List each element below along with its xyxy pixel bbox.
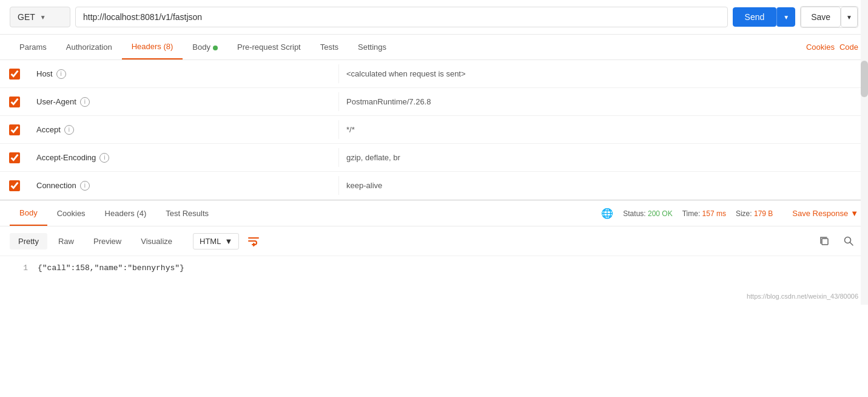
format-select[interactable]: HTML ▼ <box>193 233 239 249</box>
tab-body[interactable]: Body <box>183 35 227 59</box>
search-button[interactable] <box>839 231 858 251</box>
send-button[interactable]: Send <box>733 7 777 27</box>
body-dot-icon <box>213 46 218 50</box>
header-value-useragent: PostmanRuntime/7.26.8 <box>338 92 868 111</box>
code-link[interactable]: Code <box>839 42 858 52</box>
header-value-acceptencoding: gzip, deflate, br <box>338 148 868 167</box>
info-icon[interactable]: i <box>80 97 90 107</box>
header-key-useragent: User-Agent i <box>29 92 338 112</box>
row-checkbox-acceptencoding[interactable] <box>0 152 29 163</box>
format-tab-raw[interactable]: Raw <box>50 233 82 249</box>
watermark: https://blog.csdn.net/weixin_43/80006 <box>747 293 858 300</box>
table-row: User-Agent i PostmanRuntime/7.26.8 <box>0 88 868 116</box>
scrollbar[interactable] <box>861 0 868 305</box>
copy-button[interactable] <box>815 231 834 251</box>
chevron-down-icon: ▼ <box>224 237 232 246</box>
tab-authorization[interactable]: Authorization <box>56 35 122 59</box>
format-tab-visualize[interactable]: Visualize <box>132 233 181 249</box>
cookies-link[interactable]: Cookies <box>806 42 835 52</box>
response-tabs: Body Cookies Headers (4) Test Results <box>10 201 601 226</box>
url-bar: GET ▼ Send ▼ Save ▼ <box>0 0 868 35</box>
tab-settings[interactable]: Settings <box>348 35 396 59</box>
send-dropdown-button[interactable]: ▼ <box>776 7 795 27</box>
size-label: Size: 179 B <box>736 209 773 218</box>
time-label: Time: 157 ms <box>682 209 726 218</box>
resp-tab-cookies[interactable]: Cookies <box>47 202 95 225</box>
info-icon[interactable]: i <box>64 125 74 135</box>
request-tabs: Params Authorization Headers (8) Body Pr… <box>0 35 868 60</box>
resp-tab-body[interactable]: Body <box>10 201 47 226</box>
format-tabs: Pretty Raw Preview Visualize HTML ▼ <box>0 226 868 256</box>
method-chevron-icon: ▼ <box>40 14 46 21</box>
tab-params[interactable]: Params <box>10 35 56 59</box>
header-value-host: <calculated when request is sent> <box>338 64 868 83</box>
save-button[interactable]: Save <box>801 7 841 27</box>
header-value-connection: keep-alive <box>338 176 868 195</box>
svg-line-2 <box>850 242 853 245</box>
info-icon[interactable]: i <box>56 69 66 79</box>
app-container: GET ▼ Send ▼ Save ▼ Params Authorization… <box>0 0 868 305</box>
time-value: 157 ms <box>702 209 726 218</box>
table-row: Connection i keep-alive <box>0 172 868 200</box>
format-tab-pretty[interactable]: Pretty <box>10 233 47 249</box>
save-dropdown-button[interactable]: ▼ <box>841 7 858 27</box>
resp-tab-headers[interactable]: Headers (4) <box>95 202 156 225</box>
tab-pre-request[interactable]: Pre-request Script <box>227 35 311 59</box>
headers-table: Host i <calculated when request is sent>… <box>0 60 868 200</box>
info-icon[interactable]: i <box>99 153 109 163</box>
header-key-acceptencoding: Accept-Encoding i <box>29 148 338 168</box>
status-value: 200 OK <box>648 209 673 218</box>
table-row: Accept i */* <box>0 116 868 144</box>
header-value-accept: */* <box>338 120 868 139</box>
tab-tests[interactable]: Tests <box>311 35 348 59</box>
wrap-button[interactable] <box>244 231 263 251</box>
response-actions <box>815 231 858 251</box>
scrollbar-thumb[interactable] <box>861 61 868 97</box>
row-checkbox-host[interactable] <box>0 69 29 80</box>
header-key-accept: Accept i <box>29 120 338 140</box>
code-content: {"call":158,"name":"bennyrhys"} <box>38 263 184 273</box>
table-row: Host i <calculated when request is sent> <box>0 60 868 88</box>
row-checkbox-useragent[interactable] <box>0 97 29 107</box>
row-checkbox-connection[interactable] <box>0 180 29 191</box>
response-status: 🌐 Status: 200 OK Time: 157 ms Size: 179 … <box>601 208 858 219</box>
table-row: Accept-Encoding i gzip, deflate, br <box>0 144 868 172</box>
save-response-button[interactable]: Save Response ▼ <box>792 209 858 218</box>
tab-headers[interactable]: Headers (8) <box>122 35 183 59</box>
svg-rect-0 <box>822 239 828 245</box>
status-label: Status: 200 OK <box>623 209 672 218</box>
chevron-down-icon: ▼ <box>850 209 858 218</box>
response-code-area: 1{"call":158,"name":"bennyrhys"} <box>0 256 868 305</box>
response-section: Body Cookies Headers (4) Test Results 🌐 … <box>0 200 868 305</box>
method-label: GET <box>18 12 35 22</box>
url-input[interactable] <box>75 7 728 27</box>
response-header: Body Cookies Headers (4) Test Results 🌐 … <box>0 201 868 226</box>
method-select[interactable]: GET ▼ <box>10 7 70 27</box>
header-key-connection: Connection i <box>29 176 338 195</box>
header-key-host: Host i <box>29 64 338 84</box>
row-checkbox-accept[interactable] <box>0 124 29 135</box>
format-tab-preview[interactable]: Preview <box>85 233 130 249</box>
info-icon[interactable]: i <box>80 181 90 191</box>
right-links: Cookies Code <box>806 42 858 52</box>
size-value: 179 B <box>754 209 773 218</box>
globe-icon: 🌐 <box>601 208 613 219</box>
resp-tab-test-results[interactable]: Test Results <box>156 202 218 225</box>
line-number: 1 <box>10 263 28 273</box>
headers-badge: (8) <box>163 42 173 51</box>
